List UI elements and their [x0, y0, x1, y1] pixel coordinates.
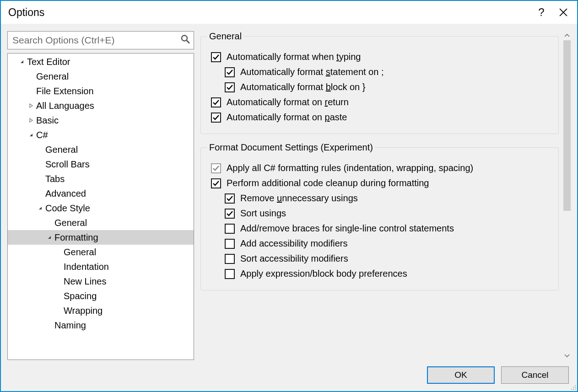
search-input[interactable] — [8, 33, 194, 48]
tree-item[interactable]: C# — [8, 128, 194, 142]
option-row: Remove unnecessary usings — [225, 193, 552, 204]
tree-item[interactable]: Basic — [8, 113, 194, 128]
help-button[interactable]: ? — [530, 2, 552, 22]
checkbox-label: Automatically format statement on ; — [240, 67, 384, 77]
collapse-icon[interactable] — [19, 59, 25, 65]
tree-item-label: All Languages — [36, 101, 94, 111]
option-row: Add/remove braces for single-line contro… — [225, 223, 552, 234]
tree-toggle-placeholder — [37, 146, 43, 153]
scroll-thumb[interactable] — [563, 40, 571, 211]
tree-item-label: General — [45, 145, 78, 155]
left-column: Text EditorGeneralFile ExtensionAll Lang… — [7, 31, 194, 360]
settings-pane: GeneralAutomatically format when typingA… — [200, 31, 561, 360]
svg-line-1 — [187, 41, 189, 43]
tree-item-label: C# — [36, 130, 48, 140]
checkbox[interactable] — [211, 97, 221, 107]
window-title: Options — [8, 6, 44, 19]
checkbox[interactable] — [211, 52, 221, 62]
tree-item[interactable]: General — [8, 69, 194, 84]
nav-tree[interactable]: Text EditorGeneralFile ExtensionAll Lang… — [7, 53, 194, 360]
checkbox-label: Add accessibility modifiers — [240, 238, 348, 249]
close-button[interactable] — [552, 2, 574, 22]
checkbox[interactable] — [225, 193, 235, 204]
expand-icon[interactable] — [28, 117, 34, 124]
checkbox[interactable] — [211, 178, 221, 188]
tree-item-label: Wrapping — [64, 306, 103, 316]
group-format-document: Format Document Settings (Experiment)App… — [200, 142, 559, 290]
tree-item[interactable]: Text Editor — [8, 54, 194, 69]
tree-item[interactable]: Indentation — [8, 259, 194, 274]
tree-item[interactable]: General — [8, 215, 194, 230]
collapse-icon[interactable] — [37, 205, 43, 211]
collapse-icon[interactable] — [28, 132, 34, 138]
tree-toggle-placeholder — [28, 73, 34, 80]
tree-toggle-placeholder — [55, 249, 62, 255]
expand-icon[interactable] — [28, 102, 34, 109]
tree-toggle-placeholder — [28, 88, 34, 94]
tree-item-label: General — [54, 218, 87, 228]
checkbox-label: Perform additional code cleanup during f… — [227, 178, 429, 188]
svg-point-4 — [575, 387, 576, 388]
svg-point-2 — [575, 385, 576, 386]
tree-item-label: New Lines — [64, 276, 106, 287]
option-row: Automatically format when typing — [211, 52, 552, 62]
svg-point-6 — [573, 389, 574, 390]
checkbox[interactable] — [225, 254, 235, 264]
checkbox[interactable] — [225, 82, 235, 92]
group-legend: General — [207, 31, 243, 42]
resize-grip-icon[interactable] — [570, 384, 576, 390]
checkbox-label: Sort accessibility modifiers — [240, 253, 348, 264]
tree-item[interactable]: File Extension — [8, 84, 194, 98]
tree-item[interactable]: New Lines — [8, 274, 194, 289]
checkbox[interactable] — [225, 67, 235, 77]
content-area: Text EditorGeneralFile ExtensionAll Lang… — [1, 24, 577, 391]
titlebar: Options ? — [1, 1, 577, 24]
checkbox[interactable] — [225, 239, 235, 249]
tree-item-label: Indentation — [64, 262, 109, 272]
button-row: OK Cancel — [7, 366, 572, 386]
group-legend: Format Document Settings (Experiment) — [207, 142, 375, 153]
checkbox[interactable] — [225, 269, 235, 279]
tree-item-label: Scroll Bars — [45, 159, 90, 170]
tree-toggle-placeholder — [55, 278, 62, 285]
scroll-up-arrow[interactable] — [562, 31, 572, 40]
tree-item-label: Formatting — [54, 232, 98, 243]
scroll-track[interactable] — [562, 40, 572, 351]
tree-item[interactable]: Wrapping — [8, 303, 194, 318]
checkbox[interactable] — [211, 113, 221, 123]
svg-point-5 — [571, 389, 572, 390]
settings-scrollbar[interactable] — [562, 31, 572, 360]
cancel-button[interactable]: Cancel — [501, 366, 569, 384]
tree-item-label: General — [36, 71, 69, 82]
checkbox[interactable] — [225, 209, 235, 219]
svg-point-7 — [575, 389, 576, 390]
checkbox-label: Apply all C# formatting rules (indentati… — [227, 163, 473, 173]
checkbox-label: Apply expression/block body preferences — [240, 268, 407, 279]
tree-item[interactable]: Scroll Bars — [8, 157, 194, 172]
checkbox-label: Add/remove braces for single-line contro… — [240, 223, 454, 234]
checkbox[interactable] — [225, 224, 235, 234]
tree-item-label: Advanced — [45, 188, 86, 199]
option-row: Automatically format on return — [211, 97, 552, 107]
tree-item[interactable]: General — [8, 142, 194, 157]
tree-item[interactable]: Advanced — [8, 186, 194, 201]
tree-item[interactable]: Naming — [8, 318, 194, 333]
svg-point-3 — [573, 387, 574, 388]
tree-item[interactable]: General — [8, 245, 194, 259]
tree-item-label: File Extension — [36, 86, 94, 97]
tree-toggle-placeholder — [46, 220, 53, 226]
tree-item-label: Spacing — [64, 291, 97, 301]
ok-button[interactable]: OK — [427, 366, 495, 384]
option-row: Sort usings — [225, 208, 552, 219]
checkbox-label: Automatically format block on } — [240, 82, 365, 92]
tree-item[interactable]: Code Style — [8, 201, 194, 215]
scroll-down-arrow[interactable] — [562, 351, 572, 360]
tree-item[interactable]: All Languages — [8, 98, 194, 113]
tree-item[interactable]: Spacing — [8, 289, 194, 303]
option-row: Automatically format block on } — [225, 82, 552, 92]
tree-item[interactable]: Formatting — [8, 230, 194, 245]
tree-item[interactable]: Tabs — [8, 172, 194, 186]
collapse-icon[interactable] — [46, 234, 53, 241]
main-split: Text EditorGeneralFile ExtensionAll Lang… — [7, 31, 572, 360]
tree-item-label: Naming — [54, 320, 86, 331]
